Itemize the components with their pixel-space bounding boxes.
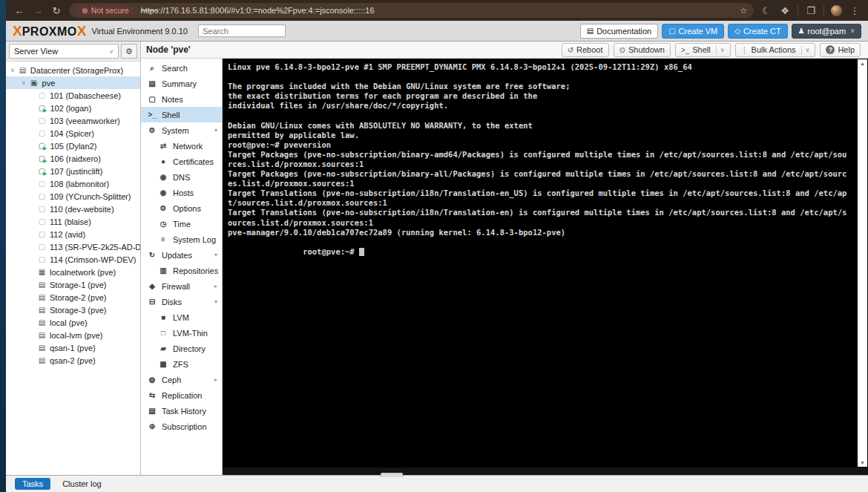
menu-item[interactable]: ◍ Ceph ▸ [141, 372, 222, 387]
menu-item[interactable]: ■ LVM [141, 309, 222, 325]
terminal-scrollbar[interactable]: ▲ ▼ [858, 59, 867, 467]
tree-item[interactable]: ▢ ✓ ▶ 114 (Crimson-WP-DEV) [6, 253, 140, 266]
tree-item[interactable]: ▢ ✓ ▶ 107 (justinclift) [6, 165, 140, 177]
browser-menu-icon[interactable]: ⋮ [849, 5, 861, 16]
menu-item[interactable]: ◷ Time [141, 216, 222, 232]
extensions-icon[interactable]: ❖ [779, 5, 791, 16]
tree-item[interactable]: ∨ ▣ ✓ ▶ pve [6, 76, 140, 89]
tree-item[interactable]: ▢ ✓ ▶ 108 (labmonitor) [6, 177, 140, 190]
tree-item[interactable]: ▤ ✓ ▶ Storage-1 (pve) [6, 278, 140, 291]
vm-running-icon: ▶ [43, 171, 47, 177]
tree-item-icon: ▢ [37, 192, 47, 200]
menu-item[interactable]: ▦ ZFS [141, 356, 222, 372]
tree-item[interactable]: ▢ ✓ ▶ 101 (Dabascheese) [6, 89, 140, 102]
tree-item[interactable]: ▢ ✓ ▶ 105 (Dylan2) [6, 140, 140, 152]
menu-expander-icon[interactable]: ▸ [214, 283, 217, 289]
tree-settings-button[interactable]: ⚙ [121, 44, 137, 59]
menu-item[interactable]: ≡ System Log [141, 232, 222, 247]
tree-item[interactable]: ▢ ✓ ▶ 103 (veeamworker) [6, 114, 140, 127]
side-panel-icon[interactable]: ❐ [805, 5, 817, 16]
tree-item[interactable]: ▤ ✓ ▶ Storage-2 (pve) [6, 291, 140, 304]
scroll-down-icon[interactable]: ▼ [860, 460, 865, 465]
header-actions: ▤ Documentation ▢ Create VM ◇ Create CT … [580, 24, 861, 39]
menu-item[interactable]: ⚙ System ▾ [141, 122, 222, 138]
tree-item[interactable]: ▢ ✓ ▶ 112 (avid) [6, 228, 140, 240]
bookmark-star-icon[interactable]: ☆ [740, 6, 747, 16]
menu-expander-icon[interactable]: ▾ [214, 298, 217, 305]
shell-button[interactable]: >_ Shell ∨ [675, 43, 731, 57]
menu-item[interactable]: ▰ Directory [141, 341, 222, 356]
forward-icon[interactable]: → [32, 5, 44, 16]
global-search-input[interactable] [198, 24, 286, 37]
address-bar[interactable]: ⊗ Not secure https://176.16.5.81:8006/#v… [69, 3, 754, 18]
menu-item[interactable]: ↻ Updates ▾ [141, 247, 222, 263]
tree-expander-icon[interactable]: ∨ [22, 79, 26, 86]
reboot-button[interactable]: ↺ Reboot [562, 43, 609, 57]
menu-expander-icon[interactable]: ▾ [214, 127, 217, 134]
menu-item[interactable]: ▥ Repositories [141, 263, 222, 278]
menu-item[interactable]: ⚙ Options [141, 200, 222, 216]
menu-item[interactable]: ◉ Hosts [141, 185, 222, 200]
shutdown-button[interactable]: ⊙ Shutdown [614, 43, 671, 57]
tree-item[interactable]: ▢ ✓ ▶ 111 (blaise) [6, 215, 140, 228]
not-secure-badge[interactable]: ⊗ Not secure [76, 5, 135, 16]
create-ct-button[interactable]: ◇ Create CT [728, 24, 787, 39]
tree-item[interactable]: ▢ ✓ ▶ 106 (raidxero) [6, 152, 140, 165]
menu-item-label: Ceph [162, 375, 181, 384]
menu-item[interactable]: ▤ Summary [141, 76, 222, 91]
menu-item-label: Directory [173, 344, 206, 353]
menu-expander-icon[interactable]: ▾ [214, 252, 217, 258]
create-vm-button[interactable]: ▢ Create VM [662, 24, 724, 39]
tab-cluster-log[interactable]: Cluster log [62, 479, 102, 488]
tree-expander-icon[interactable]: ∨ [10, 67, 15, 73]
tree-item-label: 101 (Dabascheese) [50, 91, 121, 100]
chevron-down-icon[interactable]: ∨ [716, 45, 725, 54]
view-selector[interactable]: Server View ∨ [9, 44, 119, 59]
back-icon[interactable]: ← [13, 5, 25, 16]
url-text[interactable]: https://176.16.5.81:8006/#v1:0:=node%2Fp… [141, 6, 375, 15]
browser-profile-avatar[interactable] [831, 5, 842, 16]
tree-item[interactable]: ▢ ✓ ▶ 109 (YCrunch-Splitter) [6, 190, 140, 203]
reload-icon[interactable]: ↻ [50, 5, 62, 16]
tree-item[interactable]: ▤ ✓ ▶ qsan-2 (pve) [6, 354, 140, 367]
menu-item[interactable]: □ LVM-Thin [141, 325, 222, 341]
menu-item[interactable]: ◆ Firewall ▸ [141, 278, 222, 294]
menu-item[interactable]: ⇄ Network [141, 138, 222, 154]
tree-item[interactable]: ▢ ✓ ▶ 110 (dev-website) [6, 203, 140, 215]
tree-item[interactable]: ▤ ✓ ▶ local (pve) [6, 316, 140, 329]
menu-item[interactable]: ▢ Notes [141, 91, 222, 107]
tree-item[interactable]: ▢ ✓ ▶ 113 (SR-PVE-2k25-AD-DC) [6, 240, 140, 253]
menu-item-icon: >_ [147, 111, 157, 119]
tree-item[interactable]: ∨ ▤ ✓ ▶ Datacenter (StorageProx) [6, 64, 140, 76]
tree-item[interactable]: ▢ ✓ ▶ 104 (Spicer) [6, 127, 140, 140]
logo-x-mark: X [13, 23, 22, 39]
chevron-down-icon[interactable]: ∨ [801, 45, 810, 54]
tree-item[interactable]: ▦ ✓ ▶ localnetwork (pve) [6, 266, 140, 278]
menu-item[interactable]: ⇆ Replication [141, 387, 222, 403]
menu-item[interactable]: ▤ Task History [141, 403, 222, 419]
resource-sidebar: Server View ∨ ⚙ ∨ ▤ ✓ ▶ Datacenter [6, 42, 141, 475]
menu-item[interactable]: ● Certificates [141, 154, 222, 169]
tree-item[interactable]: ▢ ✓ ▶ 102 (logan) [6, 102, 140, 114]
menu-expander-icon[interactable]: ▸ [214, 376, 217, 383]
tree-item[interactable]: ▤ ✓ ▶ Storage-3 (pve) [6, 304, 140, 316]
theme-moon-icon[interactable]: ☾ [760, 5, 772, 16]
tree-item-label: qsan-2 (pve) [50, 356, 96, 365]
tree-item[interactable]: ▤ ✓ ▶ qsan-1 (pve) [6, 341, 140, 354]
tab-tasks[interactable]: Tasks [15, 478, 50, 490]
shell-terminal[interactable]: Linux pve 6.14.8-3-bpo12-pve #1 SMP PREE… [223, 59, 868, 468]
user-menu-button[interactable]: ♟ root@pam ∨ [792, 24, 861, 39]
menu-item[interactable]: >_ Shell [141, 107, 222, 122]
documentation-button[interactable]: ▤ Documentation [580, 24, 658, 39]
splitter-handle[interactable] [381, 473, 403, 477]
help-button[interactable]: ? Help [820, 43, 861, 57]
menu-item-icon: ⚙ [147, 126, 157, 134]
bulk-actions-button[interactable]: ⋮ Bulk Actions ∨ [735, 43, 816, 57]
menu-item[interactable]: ⌕ Search [141, 60, 222, 76]
scroll-up-icon[interactable]: ▲ [860, 61, 865, 66]
menu-item[interactable]: ⊕ Subscription [141, 419, 222, 434]
menu-item[interactable]: ⊟ Disks ▾ [141, 294, 222, 309]
menu-item[interactable]: ◉ DNS [141, 169, 222, 185]
tree-item[interactable]: ▤ ✓ ▶ local-lvm (pve) [6, 329, 140, 341]
terminal-line [228, 111, 855, 120]
